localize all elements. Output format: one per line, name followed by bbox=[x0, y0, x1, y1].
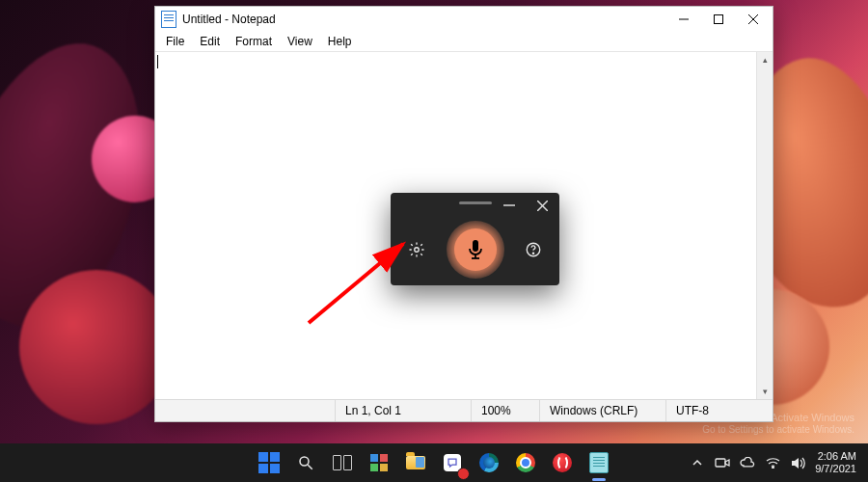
close-button[interactable] bbox=[530, 196, 554, 215]
meet-now-button[interactable] bbox=[715, 455, 730, 470]
status-encoding: UTF-8 bbox=[665, 400, 773, 421]
system-tray: 2:06 AM 9/7/2021 bbox=[678, 443, 868, 482]
scroll-up-icon[interactable]: ▴ bbox=[757, 52, 773, 67]
svg-point-14 bbox=[300, 457, 309, 466]
notepad-icon bbox=[161, 11, 176, 28]
svg-point-17 bbox=[772, 467, 773, 469]
start-button[interactable] bbox=[254, 447, 285, 478]
wallpaper-blob bbox=[19, 270, 174, 424]
minimize-button[interactable] bbox=[498, 196, 521, 215]
svg-point-7 bbox=[415, 248, 420, 253]
voice-typing-panel[interactable] bbox=[391, 193, 559, 285]
vertical-scrollbar[interactable]: ▴ ▾ bbox=[756, 52, 773, 399]
task-view-icon bbox=[333, 455, 352, 470]
drag-handle-icon[interactable] bbox=[459, 201, 492, 204]
menu-view[interactable]: View bbox=[281, 34, 319, 49]
scroll-down-icon[interactable]: ▾ bbox=[757, 384, 773, 399]
taskbar-center bbox=[254, 443, 614, 482]
camera-icon bbox=[715, 457, 730, 469]
titlebar[interactable]: Untitled - Notepad bbox=[155, 7, 773, 32]
clock-time: 2:06 AM bbox=[815, 450, 856, 463]
opera-button[interactable] bbox=[547, 447, 578, 478]
wifi-icon bbox=[766, 457, 780, 469]
help-icon bbox=[525, 241, 542, 258]
chrome-button[interactable] bbox=[510, 447, 541, 478]
task-view-button[interactable] bbox=[327, 447, 358, 478]
file-explorer-button[interactable] bbox=[400, 447, 431, 478]
folder-icon bbox=[406, 456, 425, 469]
status-zoom: 100% bbox=[471, 400, 539, 421]
chevron-up-icon bbox=[692, 458, 702, 468]
gear-icon bbox=[408, 241, 425, 258]
statusbar: Ln 1, Col 1 100% Windows (CRLF) UTF-8 bbox=[155, 399, 773, 421]
help-button[interactable] bbox=[521, 237, 546, 262]
notepad-icon bbox=[589, 452, 609, 473]
edge-button[interactable] bbox=[474, 447, 504, 478]
notepad-taskbar-button[interactable] bbox=[583, 447, 614, 478]
svg-rect-8 bbox=[473, 240, 478, 252]
widgets-button[interactable] bbox=[364, 447, 394, 478]
menu-edit[interactable]: Edit bbox=[193, 34, 227, 49]
menu-format[interactable]: Format bbox=[229, 34, 279, 49]
settings-button[interactable] bbox=[404, 237, 429, 262]
desktop: Activate Windows Go to Settings to activ… bbox=[0, 0, 868, 482]
maximize-button[interactable] bbox=[701, 7, 736, 32]
svg-rect-16 bbox=[716, 459, 725, 467]
search-icon bbox=[297, 454, 314, 471]
volume-button[interactable] bbox=[790, 455, 805, 470]
close-button[interactable] bbox=[736, 7, 771, 32]
search-button[interactable] bbox=[290, 447, 321, 478]
cloud-icon bbox=[740, 457, 755, 469]
clock[interactable]: 2:06 AM 9/7/2021 bbox=[815, 450, 856, 474]
opera-icon bbox=[553, 453, 572, 472]
status-line-ending: Windows (CRLF) bbox=[539, 400, 665, 421]
clock-date: 9/7/2021 bbox=[815, 463, 856, 475]
microphone-button[interactable] bbox=[447, 221, 504, 279]
voice-typing-titlebar[interactable] bbox=[391, 193, 559, 218]
speaker-icon bbox=[791, 457, 805, 469]
text-cursor bbox=[157, 55, 158, 68]
chrome-icon bbox=[516, 453, 535, 472]
onedrive-button[interactable] bbox=[740, 455, 755, 470]
menu-help[interactable]: Help bbox=[321, 34, 359, 49]
microphone-icon bbox=[467, 239, 484, 260]
status-position: Ln 1, Col 1 bbox=[335, 400, 471, 421]
taskbar: 2:06 AM 9/7/2021 bbox=[0, 443, 868, 482]
svg-rect-1 bbox=[715, 15, 723, 24]
svg-point-12 bbox=[532, 253, 533, 254]
chat-button[interactable] bbox=[437, 447, 468, 478]
menubar: File Edit Format View Help bbox=[155, 32, 773, 52]
window-title: Untitled - Notepad bbox=[182, 13, 276, 26]
minimize-button[interactable] bbox=[666, 7, 701, 32]
svg-line-15 bbox=[308, 465, 312, 469]
menu-file[interactable]: File bbox=[159, 34, 191, 49]
edge-icon bbox=[479, 453, 499, 472]
windows-logo-icon bbox=[258, 452, 280, 473]
notification-badge-icon bbox=[457, 468, 470, 480]
tray-overflow-button[interactable] bbox=[690, 455, 705, 470]
widgets-icon bbox=[370, 454, 388, 471]
network-button[interactable] bbox=[765, 455, 780, 470]
